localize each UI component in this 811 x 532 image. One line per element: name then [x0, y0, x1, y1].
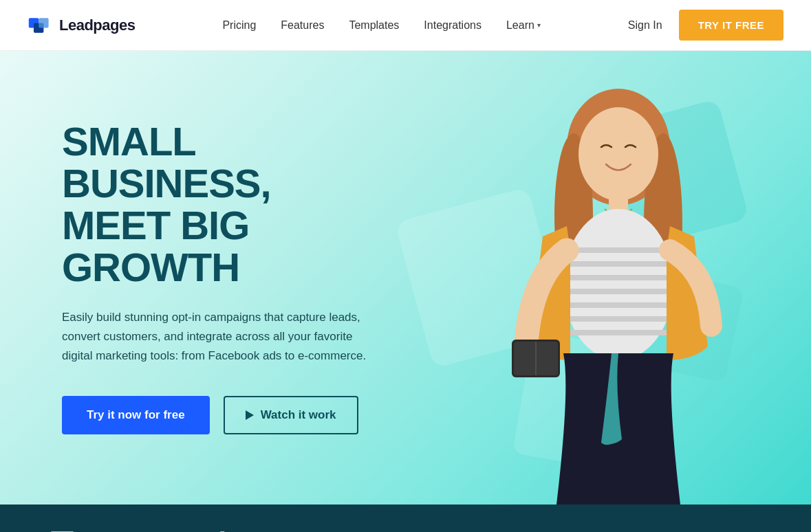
nav-item-integrations[interactable]: Integrations	[424, 19, 482, 31]
sign-in-link[interactable]: Sign In	[628, 19, 662, 32]
svg-point-11	[563, 209, 673, 360]
svg-rect-2	[39, 18, 48, 27]
press-logo-forbes: Forbes	[188, 527, 248, 532]
hero-section: SMALL BUSINESS, MEET BIG GROWTH Easily b…	[0, 51, 811, 505]
logo-text: Leadpages	[59, 16, 135, 34]
press-bar: TC TechCrunch Forbes THE HUFFINGTON POST…	[0, 505, 811, 532]
hero-content: SMALL BUSINESS, MEET BIG GROWTH Easily b…	[0, 66, 426, 489]
svg-point-8	[578, 107, 658, 201]
nav-item-features[interactable]: Features	[281, 19, 324, 31]
hero-buttons: Try it now for free Watch it work	[62, 396, 371, 434]
hero-image-area	[426, 51, 811, 505]
navbar: Leadpages Pricing Features Templates Int…	[0, 0, 811, 51]
play-icon	[246, 410, 254, 420]
hero-cta-secondary-button[interactable]: Watch it work	[224, 396, 358, 434]
hero-cta-primary-button[interactable]: Try it now for free	[62, 396, 210, 434]
learn-chevron-icon: ▾	[537, 21, 541, 29]
nav-item-templates[interactable]: Templates	[349, 19, 399, 31]
press-logo-fortune: FORTUNE	[457, 529, 552, 533]
logo-link[interactable]: Leadpages	[28, 13, 135, 38]
nav-item-pricing[interactable]: Pricing	[222, 19, 256, 31]
nav-right: Sign In TRY IT FREE	[628, 10, 783, 41]
hero-person-illustration	[474, 58, 763, 505]
logo-icon	[28, 13, 52, 38]
nav-item-learn[interactable]: Learn ▾	[506, 19, 541, 32]
hero-subheadline: Easily build stunning opt-in campaigns t…	[62, 308, 371, 366]
hero-headline: SMALL BUSINESS, MEET BIG GROWTH	[62, 121, 371, 289]
nav-links: Pricing Features Templates Integrations …	[222, 19, 541, 32]
try-it-free-nav-button[interactable]: TRY IT FREE	[679, 10, 783, 41]
